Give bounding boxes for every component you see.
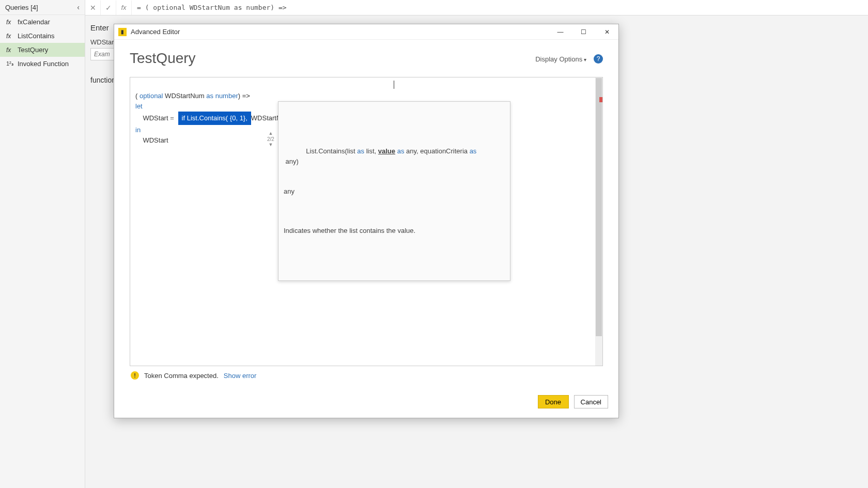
close-button[interactable]: ✕: [595, 24, 618, 40]
tooltip-page: 2/2: [267, 136, 274, 142]
tooltip-pager[interactable]: ▲ 2/2 ▼: [267, 131, 274, 148]
query-label: TestQuery: [18, 46, 48, 54]
query-label: fxCalendar: [18, 18, 50, 26]
fx-icon: fx: [6, 19, 13, 26]
error-marker-icon[interactable]: [599, 97, 602, 102]
tooltip-content: List.Contains(list as list, value as any…: [278, 133, 510, 260]
code-keyword: let: [135, 102, 143, 110]
code-keyword: optional: [140, 92, 163, 100]
advanced-editor-dialog: ▮ Advanced Editor — ☐ ✕ TestQuery Displa…: [114, 24, 619, 418]
dialog-title: Advanced Editor: [131, 28, 549, 36]
error-message: Token Comma expected.: [144, 372, 219, 380]
display-options-dropdown[interactable]: Display Options: [535, 55, 586, 63]
sig-text: List.Contains(list: [306, 147, 357, 155]
sig-text: any): [284, 158, 299, 165]
cancel-button[interactable]: Cancel: [574, 395, 608, 408]
code-editor[interactable]: ( optional WDStartNum as number) => let …: [130, 77, 603, 366]
tooltip-return-type: any: [284, 186, 505, 197]
code-indent: [135, 114, 143, 122]
code-operator: =: [170, 114, 174, 122]
dialog-toolbar: Display Options ?: [535, 54, 603, 64]
editor-caret: [394, 81, 394, 89]
dialog-heading: TestQuery: [130, 50, 603, 67]
show-error-link[interactable]: Show error: [224, 372, 257, 380]
code-type: number: [215, 92, 238, 100]
cancel-formula-icon[interactable]: ✕: [85, 1, 101, 15]
sig-kw: as: [470, 147, 477, 155]
collapse-chevron-icon[interactable]: ‹: [77, 3, 80, 11]
powerbi-icon: ▮: [118, 28, 127, 36]
code-token: ,: [236, 114, 239, 122]
code-keyword: in: [135, 126, 141, 134]
sig-kw: as: [397, 147, 405, 155]
warning-icon: !: [131, 371, 139, 380]
fx-formula-icon[interactable]: fx: [116, 1, 132, 15]
queries-header: Queries [4] ‹: [0, 0, 85, 15]
sig-text: any, equationCriteria: [404, 147, 469, 155]
query-item-listcontains[interactable]: fx ListContains: [0, 29, 85, 43]
dialog-body: TestQuery Display Options ? ( optional W…: [114, 40, 618, 390]
query-label: Invoked Function: [18, 60, 69, 68]
up-arrow-icon[interactable]: ▲: [268, 131, 273, 136]
code-indent: [135, 136, 143, 144]
query-label: ListContains: [18, 32, 55, 40]
tooltip-description: Indicates whether the list contains the …: [284, 226, 505, 236]
code-token: List.Contains( {: [185, 114, 232, 122]
error-row: ! Token Comma expected. Show error: [130, 366, 603, 385]
code-token: ) =>: [238, 92, 250, 100]
sig-text: list,: [364, 147, 378, 155]
scrollbar-thumb[interactable]: [596, 78, 602, 336]
code-token: WDStart: [143, 136, 168, 144]
editor-scrollbar[interactable]: [595, 77, 602, 366]
code-keyword: as: [206, 92, 213, 100]
minimize-button[interactable]: —: [549, 24, 572, 40]
code-number: 1: [240, 114, 243, 122]
queries-title: Queries [4]: [5, 4, 38, 11]
code-token: },: [243, 114, 247, 122]
down-arrow-icon[interactable]: ▼: [268, 142, 273, 148]
code-token: WDStartNum: [163, 92, 207, 100]
maximize-button[interactable]: ☐: [572, 24, 595, 40]
query-item-fxcalendar[interactable]: fx fxCalendar: [0, 15, 85, 29]
window-buttons: — ☐ ✕: [549, 24, 618, 40]
sig-current-param: value: [378, 147, 395, 155]
help-icon[interactable]: ?: [594, 54, 603, 64]
code-content[interactable]: ( optional WDStartNum as number) => let …: [130, 77, 602, 200]
code-token: (: [135, 92, 140, 100]
fx-icon: fx: [6, 33, 13, 40]
code-selection-highlight: if List.Contains( {0, 1},: [178, 112, 251, 125]
query-item-invoked-function[interactable]: 1²₃ Invoked Function: [0, 57, 85, 71]
code-token: WDStart: [143, 114, 170, 122]
intellisense-tooltip: ▲ 2/2 ▼ List.Contains(list as list, valu…: [278, 101, 510, 281]
dialog-footer: Done Cancel: [114, 390, 618, 418]
accept-formula-icon[interactable]: ✓: [101, 1, 116, 15]
dialog-titlebar[interactable]: ▮ Advanced Editor — ☐ ✕: [114, 24, 618, 40]
query-item-testquery[interactable]: fx TestQuery: [0, 43, 85, 57]
done-button[interactable]: Done: [538, 395, 569, 408]
formula-bar: ✕ ✓ fx = ( optional WDStartNum as number…: [85, 0, 868, 15]
sig-kw: as: [357, 147, 364, 155]
formula-text[interactable]: = ( optional WDStartNum as number) =>: [132, 4, 287, 11]
fx-icon: fx: [6, 46, 13, 54]
queries-panel: Queries [4] ‹ fx fxCalendar fx ListConta…: [0, 0, 85, 488]
number-type-icon: 1²₃: [6, 60, 13, 67]
